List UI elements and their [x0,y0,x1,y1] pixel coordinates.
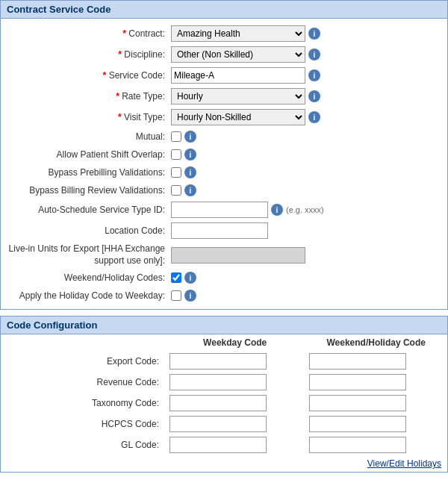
allow-patient-shift-overlap-row: Allow Patient Shift Overlap: i [1,146,447,163]
revenue-code-weekend-input[interactable] [309,374,406,390]
location-code-row: Location Code: [1,220,447,241]
bypass-prebilling-validations-row: Bypass Prebilling Validations: i [1,163,447,181]
rate-type-info-icon[interactable]: i [308,90,320,102]
apply-holiday-code-label: Apply the Holiday Code to Weekday: [7,290,171,301]
mutual-info-icon[interactable]: i [184,131,196,143]
visit-type-select[interactable]: Hourly Non-Skilled [171,109,305,125]
live-in-units-row: Live-in Units for Export [HHA Exchange s… [1,241,447,269]
mutual-control: i [171,131,441,143]
code-config-table-header-row: Weekday Code Weekend/Holiday Code [1,334,447,351]
revenue-code-label: Revenue Code: [1,372,165,393]
service-code-control: i [171,67,441,84]
service-code-label: * Service Code: [7,70,171,81]
contract-service-code-form: * Contract: Amazing Health i * Disciplin… [0,19,448,310]
weekend-holiday-codes-control: i [171,272,441,284]
mutual-label: Mutual: [7,131,171,142]
taxonomy-code-weekend-input[interactable] [309,395,406,411]
weekend-holiday-codes-info-icon[interactable]: i [184,272,196,284]
allow-patient-shift-overlap-info-icon[interactable]: i [184,149,196,160]
auto-schedule-service-type-id-info-icon[interactable]: i [271,204,283,216]
visit-type-info-icon[interactable]: i [308,111,320,123]
revenue-code-weekday-input[interactable] [169,374,267,390]
visit-type-control: Hourly Non-Skilled i [171,109,441,125]
live-in-units-disabled-input [171,247,305,264]
contract-control: Amazing Health i [171,25,441,42]
export-code-weekend-input[interactable] [309,353,406,370]
auto-schedule-service-type-id-label: Auto-Schedule Service Type ID: [7,205,171,215]
discipline-row: * Discipline: Other (Non Skilled) i [1,44,447,65]
visit-type-row: * Visit Type: Hourly Non-Skilled i [1,107,447,128]
bypass-billing-review-validations-checkbox[interactable] [171,185,181,196]
weekend-holiday-codes-checkbox[interactable] [171,272,181,283]
location-code-input[interactable] [171,222,268,239]
revenue-code-weekday-cell [165,372,305,393]
taxonomy-code-row: Taxonomy Code: [1,393,447,414]
discipline-select[interactable]: Other (Non Skilled) [171,46,305,63]
apply-holiday-code-row: Apply the Holiday Code to Weekday: i [1,287,447,305]
hcpcs-code-weekday-cell [165,414,305,434]
hcpcs-code-row: HCPCS Code: [1,414,447,434]
rate-type-control: Hourly i [171,88,441,105]
contract-select[interactable]: Amazing Health [171,25,305,42]
export-code-label: Export Code: [1,351,165,372]
visit-type-label: * Visit Type: [7,112,171,122]
contract-info-icon[interactable]: i [308,28,320,40]
auto-schedule-eg-text: (e.g. xxxx) [286,205,324,214]
bypass-prebilling-validations-checkbox[interactable] [171,167,181,178]
button-row: Save Cancel [0,473,448,480]
view-edit-holidays-link[interactable]: View/Edit Holidays [1,455,447,472]
location-code-label: Location Code: [7,225,171,236]
gl-code-weekend-input[interactable] [309,437,406,453]
hcpcs-code-weekend-input[interactable] [309,416,406,432]
bypass-billing-review-validations-row: Bypass Billing Review Validations: i [1,181,447,199]
apply-holiday-code-info-icon[interactable]: i [184,290,196,302]
allow-patient-shift-overlap-checkbox[interactable] [171,149,181,160]
rate-type-select[interactable]: Hourly [171,88,305,105]
hcpcs-code-weekday-input[interactable] [169,416,267,432]
hcpcs-code-weekend-cell [305,414,447,434]
apply-holiday-code-control: i [171,290,441,302]
export-code-weekday-input[interactable] [169,353,267,370]
allow-patient-shift-overlap-label: Allow Patient Shift Overlap: [7,149,171,160]
live-in-units-label: Live-in Units for Export [HHA Exchange s… [7,243,171,267]
export-code-row: Export Code: [1,351,447,372]
gl-code-row: GL Code: [1,434,447,455]
gl-code-weekday-cell [165,434,305,455]
taxonomy-code-weekday-cell [165,393,305,414]
discipline-label: * Discipline: [7,49,171,60]
revenue-code-weekend-cell [305,372,447,393]
bypass-prebilling-validations-info-icon[interactable]: i [184,166,196,178]
revenue-code-row: Revenue Code: [1,372,447,393]
hcpcs-code-label: HCPCS Code: [1,414,165,434]
bypass-billing-review-validations-info-icon[interactable]: i [184,184,196,196]
code-configuration-section: Weekday Code Weekend/Holiday Code Export… [0,334,448,473]
discipline-info-icon[interactable]: i [308,49,320,60]
bypass-billing-review-validations-control: i [171,184,441,196]
gl-code-weekend-cell [305,434,447,455]
mutual-checkbox[interactable] [171,131,181,142]
taxonomy-code-weekday-input[interactable] [169,395,267,411]
taxonomy-code-label: Taxonomy Code: [1,393,165,414]
weekend-holiday-codes-label: Weekend/Holiday Codes: [7,272,171,283]
auto-schedule-service-type-id-input[interactable] [171,202,268,218]
taxonomy-code-weekend-cell [305,393,447,414]
location-code-control [171,222,441,239]
mutual-row: Mutual: i [1,128,447,146]
service-code-info-icon[interactable]: i [308,69,320,81]
service-code-input[interactable] [171,67,305,84]
gl-code-weekday-input[interactable] [169,437,267,453]
live-in-units-control [171,247,441,264]
rate-type-label: * Rate Type: [7,91,171,102]
weekend-code-header: Weekend/Holiday Code [305,334,447,351]
code-configuration-table: Weekday Code Weekend/Holiday Code Export… [1,334,447,455]
service-code-row: * Service Code: i [1,65,447,86]
export-code-weekday-cell [165,351,305,372]
allow-patient-shift-overlap-control: i [171,149,441,160]
contract-label: * Contract: [7,28,171,39]
weekend-holiday-codes-row: Weekend/Holiday Codes: i [1,269,447,287]
apply-holiday-code-checkbox[interactable] [171,290,181,301]
bypass-prebilling-validations-label: Bypass Prebilling Validations: [7,167,171,178]
bypass-prebilling-validations-control: i [171,166,441,178]
auto-schedule-service-type-id-row: Auto-Schedule Service Type ID: i (e.g. x… [1,199,447,220]
export-code-weekend-cell [305,351,447,372]
